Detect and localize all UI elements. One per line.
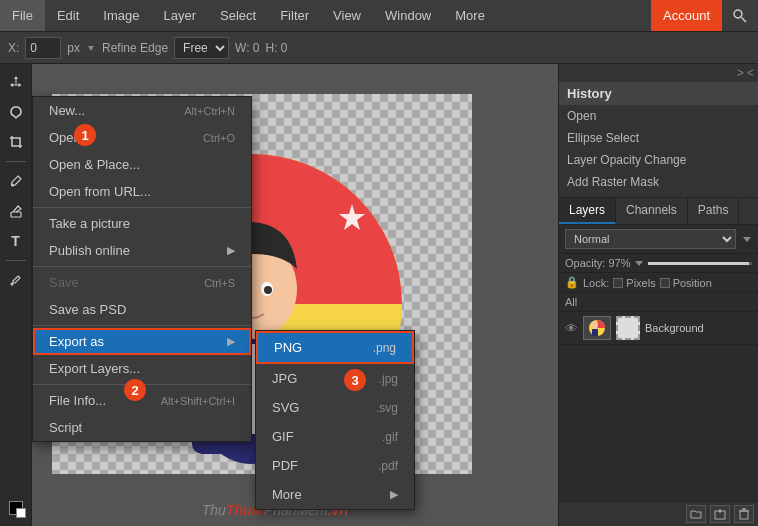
- export-svg[interactable]: SVG .svg: [256, 393, 414, 422]
- position-checkbox[interactable]: [660, 278, 670, 288]
- tab-layers[interactable]: Layers: [559, 198, 616, 224]
- blend-mode-select[interactable]: Normal: [565, 229, 736, 249]
- eraser-icon: [8, 203, 24, 219]
- menu-layer[interactable]: Layer: [152, 0, 209, 31]
- text-tool[interactable]: T: [2, 227, 30, 255]
- svg-point-20: [592, 321, 598, 329]
- search-icon-btn[interactable]: [722, 0, 758, 31]
- menu-new[interactable]: New... Alt+Ctrl+N: [33, 97, 251, 124]
- brush-icon: [8, 173, 24, 189]
- layers-tabs: Layers Channels Paths: [559, 198, 758, 225]
- style-select[interactable]: Free: [174, 37, 229, 59]
- add-group-btn[interactable]: [686, 505, 706, 523]
- menu-file[interactable]: File: [0, 0, 45, 31]
- brush-tool[interactable]: [2, 167, 30, 195]
- crop-tool[interactable]: [2, 128, 30, 156]
- history-item-mask[interactable]: Add Raster Mask: [559, 171, 758, 193]
- sep-3: [33, 325, 251, 326]
- history-item-opacity[interactable]: Layer Opacity Change: [559, 149, 758, 171]
- canvas-area: 1 2 3 ThuThuatPhanMem.vn New... Alt+Ctrl…: [32, 64, 558, 526]
- svg-rect-21: [592, 329, 598, 336]
- menu-script[interactable]: Script: [33, 414, 251, 441]
- export-jpg[interactable]: JPG .jpg: [256, 364, 414, 393]
- tool-sep-1: [6, 161, 26, 162]
- more-arrow-icon: ▶: [390, 488, 398, 501]
- trash-icon: [738, 508, 750, 520]
- new-layer-icon: [714, 508, 726, 520]
- crop-icon: [8, 134, 24, 150]
- export-pdf[interactable]: PDF .pdf: [256, 451, 414, 480]
- layers-blend-row: Normal: [559, 225, 758, 254]
- menu-edit[interactable]: Edit: [45, 0, 91, 31]
- x-input[interactable]: [25, 37, 61, 59]
- right-panel: > < History Open Ellipse Select Layer Op…: [558, 64, 758, 526]
- svg-line-1: [742, 17, 747, 22]
- add-layer-btn[interactable]: [710, 505, 730, 523]
- foreground-color[interactable]: [2, 494, 30, 522]
- menu-take-picture[interactable]: Take a picture: [33, 210, 251, 237]
- search-icon: [732, 8, 748, 24]
- tab-channels[interactable]: Channels: [616, 198, 688, 224]
- menu-open-url[interactable]: Open from URL...: [33, 178, 251, 205]
- x-label: X:: [8, 41, 19, 55]
- badge-2: 2: [124, 379, 146, 401]
- panel-collapse-btn: > <: [559, 64, 758, 82]
- menu-window[interactable]: Window: [373, 0, 443, 31]
- folder-icon: [690, 508, 702, 520]
- w-label: W: 0: [235, 41, 259, 55]
- opacity-row: Opacity: 97%: [559, 254, 758, 273]
- menu-select[interactable]: Select: [208, 0, 268, 31]
- menu-more[interactable]: More: [443, 0, 497, 31]
- refine-edge-label: Refine Edge: [102, 41, 168, 55]
- menu-save-as-psd[interactable]: Save as PSD: [33, 296, 251, 323]
- options-bar: X: px Refine Edge Free W: 0 H: 0: [0, 32, 758, 64]
- export-gif[interactable]: GIF .gif: [256, 422, 414, 451]
- layers-bottom-bar: [559, 501, 758, 526]
- all-row: All: [559, 293, 758, 312]
- move-icon: [8, 74, 24, 90]
- svg-point-0: [734, 10, 742, 18]
- svg-point-14: [264, 286, 272, 294]
- menu-export-layers[interactable]: Export Layers...: [33, 355, 251, 382]
- history-item-ellipse[interactable]: Ellipse Select: [559, 127, 758, 149]
- layer-thumb-svg: [584, 317, 610, 339]
- layer-visibility-icon[interactable]: 👁: [565, 321, 578, 336]
- lasso-tool[interactable]: [2, 98, 30, 126]
- export-more[interactable]: More ▶: [256, 480, 414, 509]
- eraser-tool[interactable]: [2, 197, 30, 225]
- export-arrow-icon: ▶: [227, 335, 235, 348]
- delete-layer-btn[interactable]: [734, 505, 754, 523]
- export-png[interactable]: PNG .png: [256, 331, 414, 364]
- publish-arrow-icon: ▶: [227, 244, 235, 257]
- history-item-open[interactable]: Open: [559, 105, 758, 127]
- tab-paths[interactable]: Paths: [688, 198, 740, 224]
- px-label: px: [67, 41, 80, 55]
- move-tool[interactable]: [2, 68, 30, 96]
- menu-view[interactable]: View: [321, 0, 373, 31]
- sep-1: [33, 207, 251, 208]
- menu-open[interactable]: Open... Ctrl+O: [33, 124, 251, 151]
- menu-filter[interactable]: Filter: [268, 0, 321, 31]
- menu-account[interactable]: Account: [651, 0, 722, 31]
- lock-icon: 🔒: [565, 276, 579, 289]
- collapse-icon[interactable]: > <: [737, 66, 754, 80]
- menu-image[interactable]: Image: [91, 0, 151, 31]
- badge-3: 3: [344, 369, 366, 391]
- svg-point-3: [11, 184, 14, 187]
- svg-marker-18: [635, 261, 643, 266]
- opacity-fill: [648, 262, 748, 265]
- h-label: H: 0: [266, 41, 288, 55]
- eyedropper-tool[interactable]: [2, 266, 30, 294]
- pixels-checkbox[interactable]: [613, 278, 623, 288]
- layer-row-background[interactable]: 👁 Background: [559, 312, 758, 345]
- opacity-label: Opacity: 97%: [565, 257, 630, 269]
- main-layout: T: [0, 64, 758, 526]
- history-title: History: [559, 82, 758, 105]
- layers-panel: Layers Channels Paths Normal Opacity: 97: [559, 198, 758, 526]
- menu-export-as[interactable]: Export as ▶ PNG .png JPG .jpg SVG .svg: [33, 328, 251, 355]
- menu-publish-online[interactable]: Publish online ▶: [33, 237, 251, 264]
- lock-row: 🔒 Lock: Pixels Position: [559, 273, 758, 293]
- menu-open-place[interactable]: Open & Place...: [33, 151, 251, 178]
- lasso-icon: [8, 104, 24, 120]
- left-toolbar: T: [0, 64, 32, 526]
